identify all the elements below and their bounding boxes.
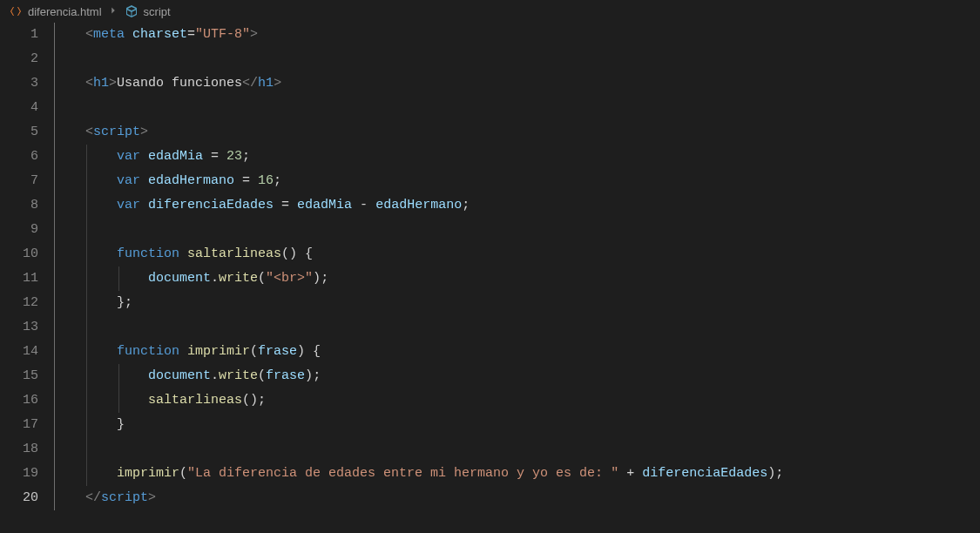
code-line[interactable] (54, 437, 980, 462)
line-number: 1 (0, 23, 38, 47)
code-line[interactable] (54, 315, 980, 340)
line-number: 14 (0, 340, 38, 364)
line-number: 10 (0, 242, 38, 266)
code-line[interactable]: </script> (54, 486, 980, 510)
line-number: 4 (0, 96, 38, 120)
chevron-right-icon (107, 4, 119, 19)
breadcrumb-file[interactable]: diferencia.html (28, 5, 102, 18)
breadcrumb[interactable]: diferencia.html script (0, 0, 980, 23)
file-code-icon (9, 4, 23, 18)
line-number: 9 (0, 218, 38, 242)
code-line[interactable]: <h1>Usando funciones</h1> (54, 71, 980, 96)
line-number: 5 (0, 120, 38, 145)
line-number: 11 (0, 266, 38, 291)
code-line[interactable]: document.write(frase); (54, 364, 980, 388)
code-line[interactable]: <meta charset="UTF-8"> (54, 23, 980, 47)
code-line[interactable]: function saltarlineas() { (54, 242, 980, 266)
code-line[interactable]: }; (54, 291, 980, 315)
line-number: 15 (0, 364, 38, 388)
line-number: 19 (0, 462, 38, 486)
code-editor[interactable]: 1234567891011121314151617181920 <meta ch… (0, 23, 980, 533)
code-line[interactable]: <script> (54, 120, 980, 145)
line-number: 16 (0, 388, 38, 413)
code-line[interactable]: var diferenciaEdades = edadMia - edadHer… (54, 193, 980, 218)
line-number: 13 (0, 315, 38, 340)
code-line[interactable]: } (54, 413, 980, 437)
line-number: 6 (0, 145, 38, 169)
code-line[interactable] (54, 96, 980, 120)
line-number: 17 (0, 413, 38, 437)
line-number: 7 (0, 169, 38, 193)
code-line[interactable]: var edadHermano = 16; (54, 169, 980, 193)
symbol-module-icon (125, 4, 139, 18)
line-number: 18 (0, 437, 38, 462)
code-line[interactable] (54, 218, 980, 242)
line-number: 2 (0, 47, 38, 71)
code-line[interactable]: document.write("<br>"); (54, 266, 980, 291)
line-number: 12 (0, 291, 38, 315)
code-line[interactable]: function imprimir(frase) { (54, 340, 980, 364)
line-number: 8 (0, 193, 38, 218)
code-line[interactable]: saltarlineas(); (54, 388, 980, 413)
line-number: 3 (0, 71, 38, 96)
line-number-gutter: 1234567891011121314151617181920 (0, 23, 54, 533)
code-line[interactable] (54, 47, 980, 71)
breadcrumb-symbol[interactable]: script (144, 5, 171, 18)
code-area[interactable]: <meta charset="UTF-8"> <h1>Usando funcio… (54, 23, 980, 533)
code-line[interactable]: imprimir("La diferencia de edades entre … (54, 462, 980, 486)
line-number: 20 (0, 486, 38, 510)
code-line[interactable]: var edadMia = 23; (54, 145, 980, 169)
